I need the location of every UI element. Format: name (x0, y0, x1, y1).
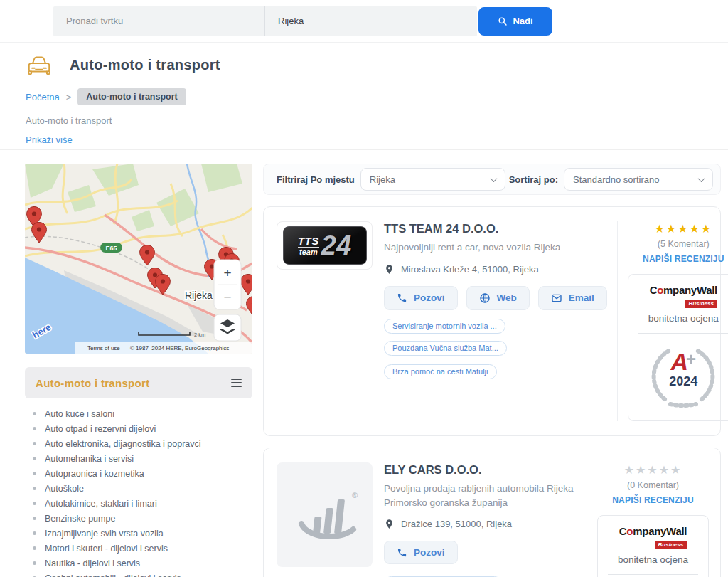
category-link[interactable]: Benzinske pumpe (45, 514, 115, 524)
category-link[interactable]: Auto elektronika, dijagnostika i popravc… (45, 439, 201, 449)
sort-select[interactable]: Standardno sortirano (564, 168, 713, 191)
star-rating: ★★★★★ (624, 465, 682, 476)
category-link[interactable]: Iznajmljivanje svih vrsta vozila (45, 529, 164, 539)
bullet-icon (33, 442, 36, 445)
bullet-icon (33, 531, 36, 535)
write-review-link[interactable]: NAPIŠI RECENZIJU (643, 254, 724, 264)
find-button[interactable]: Nađi (478, 7, 552, 36)
zoom-out-button[interactable]: − (223, 290, 231, 305)
svg-text:®: ® (352, 491, 358, 499)
email-button[interactable]: Email (538, 286, 607, 310)
bullet-icon (33, 517, 36, 520)
rating-column: ★★★★★ (0 Komentar) NAPIŠI RECENZIJU Comp… (587, 462, 709, 577)
company-name-link[interactable]: TTS TEAM 24 D.O.O. (384, 222, 498, 235)
list-item: Auto kuće i saloni (25, 406, 252, 421)
tts-team-24-logo: TTS team 24 (283, 226, 367, 265)
breadcrumb: Početna > Auto-moto i transport (26, 88, 728, 105)
company-address: Dražice 139, 51000, Rijeka (401, 519, 512, 529)
bullet-icon (33, 546, 36, 550)
web-button[interactable]: Web (466, 286, 530, 310)
company-search-input[interactable] (53, 6, 264, 36)
email-icon (551, 292, 562, 304)
location-search-field-wrap (264, 6, 477, 36)
map-terms-link[interactable]: Terms of use (87, 345, 120, 351)
sort-select-value: Standardno sortirano (573, 174, 659, 185)
svg-text:2 km: 2 km (194, 332, 205, 338)
chevron-down-icon (490, 175, 497, 182)
location-pin-icon (384, 519, 395, 529)
breadcrumb-separator: > (66, 92, 72, 102)
company-logo-box: ® (277, 462, 373, 577)
search-icon (498, 16, 508, 26)
write-review-link[interactable]: NAPIŠI RECENZIJU (612, 495, 694, 505)
map-city-label: Rijeka (185, 290, 213, 301)
bullet-icon (33, 487, 36, 490)
star-rating: ★★★★★ (654, 223, 712, 235)
company-logo-box: TTS team 24 (277, 221, 373, 421)
filter-bar: Filtriraj Po mjestu Rijeka Sortiraj po: … (263, 164, 721, 195)
location-search-input[interactable] (265, 6, 477, 36)
listings-column: Filtriraj Po mjestu Rijeka Sortiraj po: … (263, 164, 721, 577)
category-link[interactable]: Autolakirnice, staklari i limari (45, 499, 157, 509)
show-more-link[interactable]: Prikaži više (26, 134, 73, 145)
grade-badge-2024: A+ 2024 (633, 339, 728, 411)
category-link[interactable]: Osobni automobili - dijelovi i servis (45, 573, 181, 577)
list-item: Autoškole (25, 481, 252, 496)
list-item: Osobni automobili - dijelovi i servis (25, 571, 252, 577)
globe-icon (479, 292, 491, 304)
page-title: Auto-moto i transport (70, 57, 220, 73)
service-tag[interactable]: Brza pomoć na cesti Matulji (384, 364, 497, 379)
search-fields (53, 6, 477, 36)
category-link[interactable]: Auto kuće i saloni (45, 409, 114, 419)
category-link[interactable]: Autopraonica i kozmetika (45, 469, 144, 479)
list-item: Auto elektronika, dijagnostika i popravc… (25, 436, 252, 451)
category-link[interactable]: Auto otpad i rezervni dijelovi (45, 424, 156, 434)
companywall-logo: CompanyWall Business (619, 526, 687, 549)
bullet-icon (33, 561, 36, 565)
sort-by-label: Sortiraj po: (509, 174, 558, 185)
category-link[interactable]: Motori i skuteri - dijelovi i servis (45, 544, 168, 554)
search-bar: Nađi (53, 6, 552, 36)
location-pin-icon (384, 264, 395, 275)
bullet-icon (33, 412, 36, 415)
company-description: Najpovoljniji rent a car, nova vozila Ri… (384, 240, 607, 255)
call-button[interactable]: Pozovi (384, 541, 458, 564)
call-button[interactable]: Pozovi (384, 286, 458, 310)
map-zoom-controls: + − (214, 260, 241, 341)
company-address: Miroslava Krleže 4, 51000, Rijeka (401, 264, 539, 275)
map-layers-button[interactable] (214, 314, 241, 341)
category-panel-header: Auto-moto i transport (25, 367, 252, 398)
comment-count: (5 Komentar) (658, 239, 710, 249)
companywall-logo: CompanyWall Business (650, 285, 717, 308)
list-item: Auto otpad i rezervni dijelovi (25, 421, 252, 436)
place-filter-select[interactable]: Rijeka (360, 168, 505, 191)
category-link[interactable]: Automehanika i servisi (45, 454, 134, 464)
list-item: Autopraonica i kozmetika (25, 466, 252, 481)
rating-column: ★★★★★ (5 Komentar) NAPIŠI RECENZIJU Comp… (617, 221, 728, 421)
main-content: E65 Rijeka (0, 150, 728, 577)
company-description: Povoljna prodaja rabljenih automobila Ri… (384, 482, 577, 509)
ely-cars-placeholder-logo: ® (286, 480, 364, 551)
map-canvas[interactable]: E65 Rijeka (25, 164, 252, 354)
zoom-in-button[interactable]: + (223, 265, 231, 280)
list-item: Autolakirnice, staklari i limari (25, 496, 252, 511)
company-name-link[interactable]: ELY CARS D.O.O. (384, 463, 482, 477)
bullet-icon (33, 427, 36, 430)
breadcrumb-home-link[interactable]: Početna (26, 92, 60, 102)
svg-text:E65: E65 (105, 245, 117, 252)
svg-text:© 1987–2024 HERE, EuroGeograph: © 1987–2024 HERE, EuroGeographics (130, 345, 229, 351)
service-tag[interactable]: Servisiranje motornih vozila ... (384, 319, 505, 334)
left-sidebar: E65 Rijeka (25, 164, 252, 577)
category-link[interactable]: Autoškole (45, 484, 84, 494)
service-tag[interactable]: Pouzdana Vučna služba Mat... (384, 341, 507, 356)
bullet-icon (33, 457, 36, 460)
credit-rating-badge: CompanyWall Business bonitetna ocjena (597, 515, 709, 577)
credit-rating-label: bonitetna ocjena (633, 313, 728, 324)
category-link[interactable]: Nautika - dijelovi i servis (45, 559, 140, 568)
top-bar: Nađi (0, 0, 728, 43)
category-list: Auto kuće i saloni Auto otpad i rezervni… (25, 406, 252, 577)
category-panel-title: Auto-moto i transport (36, 377, 149, 389)
menu-icon[interactable] (231, 379, 242, 387)
breadcrumb-current-badge: Auto-moto i transport (77, 88, 186, 105)
bullet-icon (33, 502, 36, 505)
